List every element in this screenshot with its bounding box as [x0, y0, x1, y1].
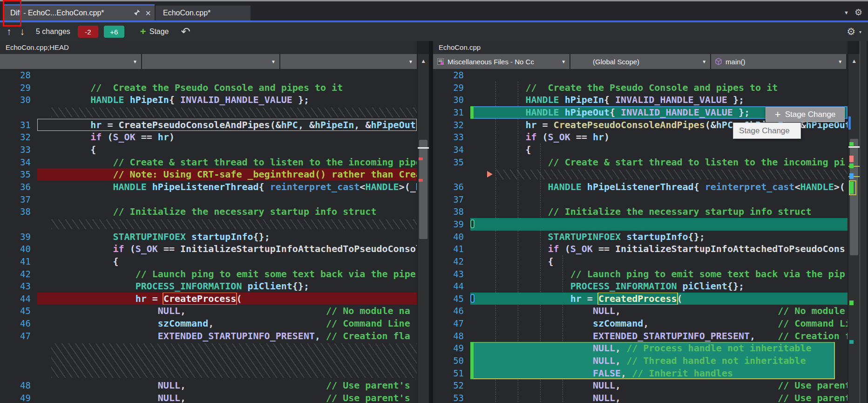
code-line[interactable]: 35 // Note: Using CRT-safe _beginthread(… — [0, 168, 417, 181]
code-line[interactable]: 39 — [433, 218, 848, 231]
code-line[interactable]: 47 EXTENDED_STARTUPINFO_PRESENT, // Crea… — [0, 330, 417, 342]
left-member-dropdown[interactable]: ▼ — [280, 54, 417, 69]
code-line[interactable]: 39 STARTUPINFOEX startupInfo{}; — [0, 231, 417, 243]
code-line[interactable]: 42 { — [433, 255, 848, 268]
diff-spacer-row[interactable] — [433, 168, 848, 181]
method-cube-icon — [715, 58, 722, 65]
chevron-down-icon: ▼ — [408, 59, 413, 64]
gutter-marker-bar-green-icon — [470, 355, 474, 367]
scroll-up-icon[interactable]: ▲ — [418, 54, 429, 69]
code-line[interactable]: 28 — [0, 69, 417, 82]
diff-spacer-row[interactable] — [0, 218, 417, 231]
diff-spacer-row[interactable] — [0, 106, 417, 119]
code-line[interactable]: 45 hr = CreatedProcess( — [433, 293, 848, 305]
code-line[interactable]: 36 HANDLE hPipeListenerThread{ reinterpr… — [433, 181, 848, 193]
line-number: 30 — [433, 94, 470, 106]
pin-icon[interactable] — [134, 9, 141, 17]
right-scope-dropdown[interactable]: (Global Scope)▼ — [570, 54, 710, 69]
code-line[interactable]: 46 NULL, // No module — [433, 305, 848, 317]
tab-diff-echocon[interactable]: Diff - EchoC...EchoCon.cpp* × — [4, 4, 155, 20]
code-line[interactable]: 46 szCommand, // Command Line — [0, 317, 417, 330]
code-line[interactable]: 51 FALSE, // Inherit handles — [433, 367, 848, 380]
code-line[interactable]: 36 HANDLE hPipeListenerThread{ reinterpr… — [0, 181, 417, 193]
code-line[interactable]: 34 { — [433, 143, 848, 156]
code-line[interactable]: 34 // Create & start thread to listen to… — [0, 156, 417, 169]
code-line[interactable]: 43 // Launch ping to emit some text back… — [433, 268, 848, 280]
code-line[interactable]: 50 NULL, // Thread handle not inheritabl… — [433, 355, 848, 367]
code-line[interactable]: 38 // Initialize the necessary startup i… — [0, 205, 417, 218]
line-number: 41 — [0, 255, 37, 268]
code-line[interactable]: 44 hr = CreateProcess( — [0, 293, 417, 305]
code-line[interactable]: 52 NULL, // Use parent — [433, 379, 848, 392]
tab-title: EchoCon.cpp* — [163, 9, 210, 17]
diff-spacer-row[interactable] — [0, 342, 417, 379]
change-map-tick — [419, 179, 423, 182]
left-code-editor[interactable]: 2829 // Create the Pseudo Console and pi… — [0, 69, 417, 403]
line-number — [0, 218, 37, 231]
settings-chevron-icon[interactable]: ▾ — [859, 29, 861, 34]
code-line[interactable]: 49 NULL, // Process handle not inheritab… — [433, 342, 848, 355]
code-line[interactable]: 43 PROCESS_INFORMATION piClient{}; — [0, 280, 417, 293]
right-code-editor[interactable]: 2829 // Create the Pseudo Console and pi… — [433, 69, 848, 403]
left-navigation-bar: ▼ ▼ ▼ — [0, 54, 417, 69]
code-line[interactable]: 48 EXTENDED_STARTUPINFO_PRESENT, // Crea… — [433, 330, 848, 342]
code-line[interactable]: 29 // Create the Pseudo Console and pipe… — [433, 82, 848, 94]
left-scroll-map[interactable]: ▲ — [417, 54, 429, 403]
line-number: 33 — [0, 143, 37, 156]
left-project-dropdown[interactable]: ▼ — [0, 54, 141, 69]
line-number: 30 — [0, 94, 37, 106]
code-line[interactable]: 37 — [0, 193, 417, 206]
change-map-tick — [849, 301, 854, 305]
code-line[interactable]: 35 // Create & start thread to listen to… — [433, 156, 848, 169]
code-line[interactable]: 45 NULL, // No module na — [0, 305, 417, 317]
line-number: 29 — [433, 82, 470, 94]
code-line[interactable]: 28 — [433, 69, 848, 82]
scrollbar-track[interactable] — [848, 69, 860, 403]
scrollbar-thumb[interactable] — [419, 140, 427, 239]
code-line[interactable]: 40 if (S_OK == InitializeStartupInfoAtta… — [0, 243, 417, 255]
stage-change-button[interactable]: + Stage Change — [766, 107, 845, 122]
right-scroll-map[interactable]: ▲ — [848, 54, 860, 403]
code-line[interactable]: 41 if (S_OK == InitializeStartupInfoAtta… — [433, 243, 848, 255]
previous-change-button[interactable]: ↑ — [7, 26, 12, 37]
stage-button[interactable]: + Stage — [140, 26, 169, 38]
left-pane-title: EchoCon.cpp;HEAD — [0, 41, 417, 54]
code-line[interactable]: 42 // Launch ping to emit some text back… — [0, 268, 417, 280]
code-line[interactable]: 40 STARTUPINFOEX startupInfo{}; — [433, 231, 848, 243]
code-line[interactable]: 31 hr = CreatePseudoConsoleAndPipes(&hPC… — [0, 119, 417, 131]
scroll-up-icon[interactable]: ▲ — [848, 54, 860, 69]
right-member-dropdown[interactable]: main()▼ — [711, 54, 846, 69]
code-line[interactable]: 30 HANDLE hPipeIn{ INVALID_HANDLE_VALUE … — [433, 94, 848, 106]
line-number: 45 — [433, 293, 470, 305]
code-line[interactable]: 41 { — [0, 255, 417, 268]
line-number: 36 — [433, 181, 470, 193]
line-number: 28 — [433, 69, 470, 82]
tab-list-chevron-icon[interactable]: ▼ — [844, 10, 849, 15]
window-gear-icon[interactable]: ⚙ — [854, 7, 862, 18]
code-line[interactable]: 30 HANDLE hPipeIn{ INVALID_HANDLE_VALUE … — [0, 94, 417, 106]
right-project-dropdown[interactable]: Miscellaneous Files - No Cc▼ — [433, 54, 570, 69]
line-number — [433, 168, 470, 181]
next-change-button[interactable]: ↓ — [20, 26, 25, 37]
code-line[interactable]: 44 PROCESS_INFORMATION piClient{}; — [433, 280, 848, 293]
settings-gear-icon[interactable]: ⚙ — [847, 26, 855, 37]
close-icon[interactable]: × — [145, 8, 151, 18]
code-line[interactable]: 29 // Create the Pseudo Console and pipe… — [0, 82, 417, 94]
line-number: 47 — [0, 330, 37, 342]
code-line[interactable]: 32 if (S_OK == hr) — [0, 131, 417, 143]
line-number: 41 — [433, 243, 470, 255]
undo-button[interactable]: ↶ — [181, 25, 190, 38]
scrollbar-track[interactable] — [418, 69, 429, 403]
code-line[interactable]: 33 { — [0, 143, 417, 156]
code-line[interactable]: 47 szCommand, // Command Li — [433, 317, 848, 330]
code-line[interactable]: 48 NULL, // Use parent's — [0, 379, 417, 392]
code-line[interactable]: 38 // Initialize the necessary startup i… — [433, 205, 848, 218]
code-line[interactable]: 37 — [433, 193, 848, 206]
misc-files-icon — [437, 58, 444, 65]
tab-echocon[interactable]: EchoCon.cpp* — [156, 6, 251, 20]
code-line[interactable]: 49 NULL, // Use parent's — [0, 392, 417, 403]
left-scope-dropdown[interactable]: ▼ — [142, 54, 279, 69]
line-number: 39 — [433, 218, 470, 231]
line-number: 48 — [0, 379, 37, 392]
code-line[interactable]: 53 NULL, // Use parent — [433, 392, 848, 403]
